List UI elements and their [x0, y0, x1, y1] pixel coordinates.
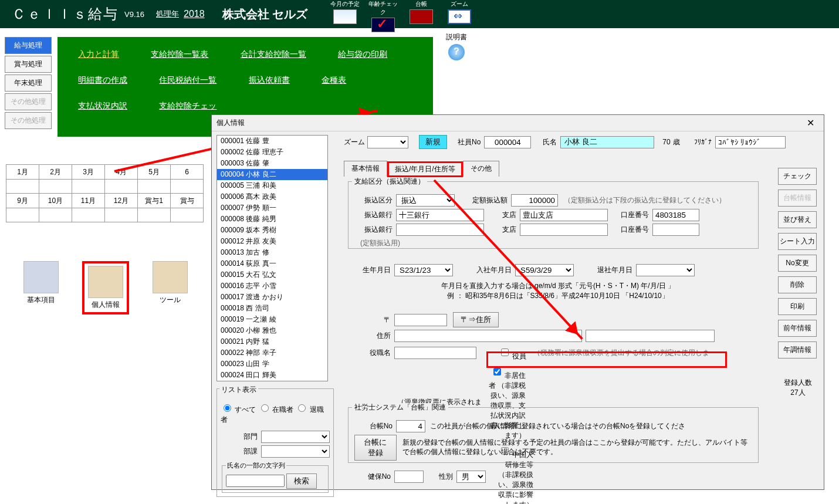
fixed-amount-input[interactable]	[511, 194, 558, 207]
addr1-input[interactable]	[394, 330, 582, 342]
menu-resident-tax[interactable]: 住民税納付一覧	[159, 75, 216, 86]
prevyear-button[interactable]: 前年情報	[778, 320, 817, 337]
menu-payslip-print[interactable]: 給与袋の印刷	[338, 49, 387, 60]
month-cell[interactable]: 1月	[6, 165, 39, 180]
processing-year[interactable]: 2018	[184, 9, 205, 19]
month-cell[interactable]: 2月	[39, 165, 72, 180]
furigana-input[interactable]	[715, 136, 786, 148]
ledger-info-button[interactable]: 台帳情報	[778, 190, 817, 207]
month-cell[interactable]: 賞与	[171, 194, 204, 208]
tab-basic[interactable]: 基本情報	[344, 161, 387, 177]
employee-row[interactable]: 000021 内野 猛	[217, 336, 327, 347]
branch2-input[interactable]	[520, 224, 608, 236]
dept-select[interactable]	[261, 431, 330, 443]
emp-no-input[interactable]	[484, 136, 531, 148]
ledger-no-input[interactable]	[396, 420, 425, 432]
menu-input-calc[interactable]: 入力と計算	[78, 49, 119, 60]
tab-other[interactable]: その他	[463, 161, 499, 177]
no-change-button[interactable]: No変更	[778, 255, 817, 272]
tool-button[interactable]: ツール	[147, 261, 194, 314]
basic-items-button[interactable]: 基本項目	[18, 261, 65, 314]
help-icon[interactable]: 説明書	[446, 32, 467, 60]
yearadj-button[interactable]: 年調情報	[778, 341, 817, 358]
employee-row[interactable]: 000013 加古 修	[217, 247, 327, 258]
sort-button[interactable]: 並び替え	[778, 211, 817, 228]
register-ledger-button[interactable]: 台帳に登録	[354, 435, 397, 461]
addr2-input[interactable]	[586, 330, 715, 342]
employee-row[interactable]: 000016 志平 小雪	[217, 280, 327, 292]
employee-row[interactable]: 000009 坂本 秀樹	[217, 225, 327, 236]
employee-row[interactable]: 000025 松元 涼	[217, 381, 327, 381]
month-cell[interactable]: 賞与1	[138, 194, 171, 208]
menu-deduct-check[interactable]: 支給控除チェッ	[159, 101, 216, 111]
sex-select[interactable]: 男	[456, 471, 486, 483]
employee-row[interactable]: 000015 大石 弘文	[217, 269, 327, 280]
employee-row[interactable]: 000020 小柳 雅也	[217, 325, 327, 336]
check-button[interactable]: チェック	[778, 168, 817, 185]
transfer-kind-select[interactable]: 振込	[396, 194, 455, 207]
month-cell[interactable]: 12月	[105, 194, 138, 208]
employee-row[interactable]: 000003 佐藤 肇	[217, 158, 327, 169]
nav-bonus[interactable]: 賞与処理	[5, 56, 52, 73]
sheet-input-button[interactable]: シート入力	[778, 233, 817, 250]
employee-row[interactable]: 000005 三浦 和美	[217, 180, 327, 191]
kenpo-input[interactable]	[394, 471, 424, 483]
name-search-input[interactable]	[226, 475, 285, 487]
menu-total-deduct[interactable]: 合計支給控除一覧	[241, 49, 306, 60]
ledger-icon[interactable]: 台帳	[405, 0, 437, 32]
personal-info-button[interactable]: 個人情報	[82, 261, 129, 314]
account-input[interactable]	[652, 209, 699, 221]
schedule-icon[interactable]: 今月の予定	[329, 0, 361, 32]
employee-row[interactable]: 000018 西 浩司	[217, 303, 327, 314]
zip-input[interactable]	[394, 314, 447, 326]
radio-active[interactable]: 在職者	[258, 405, 293, 414]
zip-to-addr-button[interactable]: 〒⇒住所	[453, 312, 499, 327]
employee-row[interactable]: 000019 一之瀬 綾	[217, 314, 327, 325]
tab-transfer-date-addr[interactable]: 振込/年月日/住所等	[387, 161, 463, 177]
search-button[interactable]: 検索	[286, 473, 317, 489]
delete-button[interactable]: 削除	[778, 276, 817, 293]
employee-row[interactable]: 000002 佐藤 理恵子	[217, 147, 327, 158]
menu-money-type[interactable]: 金種表	[322, 75, 346, 86]
new-button[interactable]: 新規	[419, 135, 447, 149]
employee-row[interactable]: 000012 井原 友美	[217, 236, 327, 247]
close-icon[interactable]: ✕	[801, 117, 819, 128]
agecheck-icon[interactable]: 年齢チェック	[367, 0, 399, 32]
section-select[interactable]	[261, 445, 330, 458]
employee-row[interactable]: 000006 髙木 政美	[217, 191, 327, 202]
emp-name-input[interactable]	[560, 136, 654, 148]
bank2-input[interactable]	[396, 224, 484, 236]
month-cell[interactable]: 9月	[6, 194, 39, 208]
month-cell[interactable]: 5月	[138, 165, 171, 180]
menu-detail-create[interactable]: 明細書の作成	[78, 75, 127, 86]
month-cell[interactable]: 3月	[72, 165, 105, 180]
nav-other2[interactable]: その他処理	[5, 112, 52, 129]
zoom-icon[interactable]: ズーム	[443, 0, 475, 32]
month-cell[interactable]: 6	[171, 165, 204, 180]
nav-other1[interactable]: その他処理	[5, 93, 52, 110]
nav-salary[interactable]: 給与処理	[5, 37, 52, 54]
menu-transfer-req[interactable]: 振込依頼書	[249, 75, 290, 86]
nav-yearend[interactable]: 年末処理	[5, 75, 52, 92]
employee-row[interactable]: 000001 佐藤 豊	[217, 136, 327, 147]
account2-input[interactable]	[652, 224, 699, 236]
birth-select[interactable]: S23/1/23	[394, 264, 453, 276]
menu-deduct-list[interactable]: 支給控除一覧表	[151, 49, 208, 60]
employee-list[interactable]: 000001 佐藤 豊000002 佐藤 理恵子000003 佐藤 肇00000…	[216, 135, 328, 381]
radio-all[interactable]: すべて	[221, 405, 256, 414]
leave-select[interactable]	[636, 264, 695, 276]
menu-payment-status[interactable]: 支払状況内訳	[78, 101, 127, 111]
zoom-select[interactable]	[367, 136, 408, 148]
employee-row[interactable]: 000023 山田 学	[217, 358, 327, 370]
post-input[interactable]	[394, 347, 476, 359]
employee-row[interactable]: 000007 伊勢 順一	[217, 202, 327, 214]
employee-row[interactable]: 000004 小林 良二	[217, 169, 327, 180]
branch-input[interactable]	[520, 209, 608, 221]
month-cell[interactable]: 10月	[39, 194, 72, 208]
employee-row[interactable]: 000008 後藤 純男	[217, 214, 327, 225]
month-cell[interactable]: 11月	[72, 194, 105, 208]
print-button[interactable]: 印刷	[778, 298, 817, 315]
employee-row[interactable]: 000022 神部 幸子	[217, 347, 327, 358]
employee-row[interactable]: 000017 渡邊 かおり	[217, 292, 327, 303]
employee-row[interactable]: 000024 田口 輝美	[217, 370, 327, 381]
